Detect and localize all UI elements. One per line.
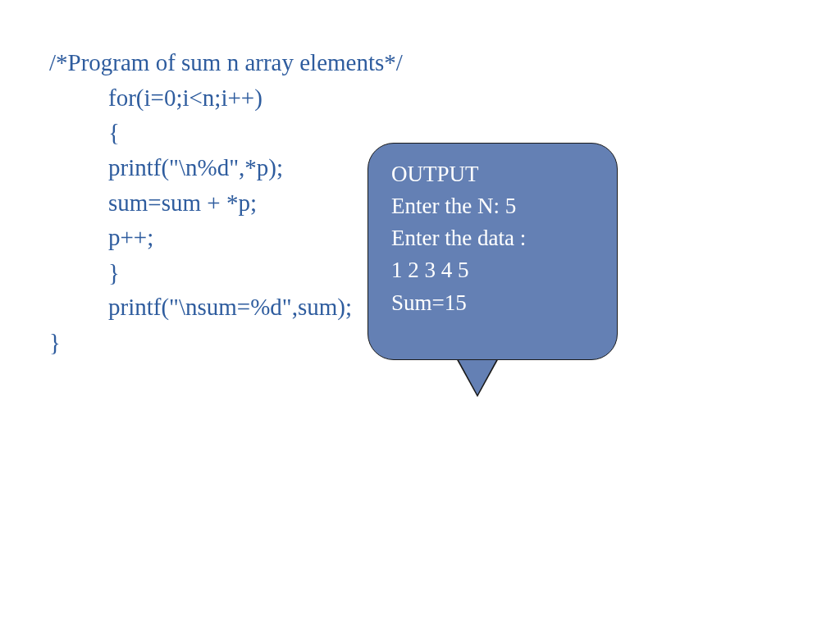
callout-line-2: Enter the data :	[391, 222, 594, 254]
code-line-pinc: p++;	[49, 220, 403, 255]
code-line-printf1: printf("\n%d",*p);	[49, 150, 403, 185]
callout-tail	[458, 358, 497, 395]
code-line-final-brace: }	[49, 325, 403, 360]
code-line-printf2: printf("\nsum=%d",sum);	[49, 290, 403, 325]
callout-line-1: Enter the N: 5	[391, 190, 594, 222]
callout-title: OUTPUT	[391, 158, 594, 190]
code-line-brace-open: {	[49, 115, 403, 150]
code-line-comment: /*Program of sum n array elements*/	[49, 45, 403, 80]
callout-line-4: Sum=15	[391, 287, 594, 319]
code-line-brace-close: }	[49, 255, 403, 290]
callout-line-3: 1 2 3 4 5	[391, 254, 594, 286]
code-line-for: for(i=0;i<n;i++)	[49, 80, 403, 116]
code-block: /*Program of sum n array elements*/ for(…	[49, 45, 403, 360]
output-callout: OUTPUT Enter the N: 5 Enter the data : 1…	[368, 143, 618, 360]
code-line-sum: sum=sum + *p;	[49, 185, 403, 221]
